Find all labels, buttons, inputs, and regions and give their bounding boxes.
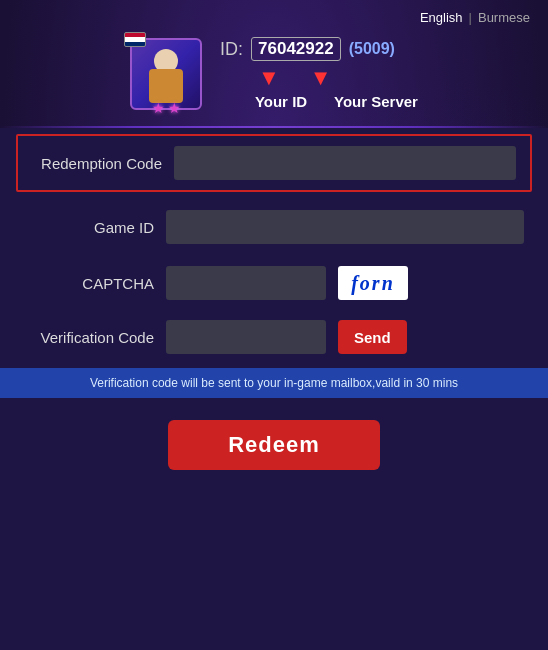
redemption-code-label: Redemption Code [32,155,162,172]
info-text: Verification code will be sent to your i… [90,376,458,390]
avatar: ★ ★ [130,38,202,110]
verification-code-row: Verification Code Send [0,310,548,364]
redemption-code-input[interactable] [174,146,516,180]
lang-burmese[interactable]: Burmese [478,10,530,25]
game-id-input[interactable] [166,210,524,244]
captcha-input[interactable] [166,266,326,300]
lang-english[interactable]: English [420,10,463,25]
info-banner: Verification code will be sent to your i… [0,368,548,398]
captcha-label: CAPTCHA [24,275,154,292]
game-id-row: Game ID [0,198,548,256]
your-server-label: Your Server [334,93,418,110]
verification-input[interactable] [166,320,326,354]
redeem-section: Redeem [0,398,548,486]
id-label: ID: [220,39,243,60]
star-1: ★ [152,100,165,116]
language-bar: English | Burmese [0,0,548,29]
arrow-down-id: ▼ [258,67,280,89]
user-info: ID: 76042922 (5009) ▼ ▼ Your ID Your Ser… [220,37,418,110]
id-row: ID: 76042922 (5009) [220,37,418,61]
arrow-down-server: ▼ [310,67,332,89]
redeem-button[interactable]: Redeem [168,420,380,470]
arrows-row: ▼ ▼ [220,67,418,89]
your-id-label: Your ID [246,93,316,110]
user-section: ★ ★ ID: 76042922 (5009) ▼ ▼ Your ID Your… [0,29,548,126]
verification-label: Verification Code [24,329,154,346]
star-2: ★ [168,100,181,116]
avatar-character [139,45,193,103]
captcha-image[interactable]: forn [338,266,408,300]
send-button[interactable]: Send [338,320,407,354]
id-value: 76042922 [251,37,341,61]
game-id-label: Game ID [24,219,154,236]
lang-separator: | [469,10,472,25]
redemption-code-row: Redemption Code [16,134,532,192]
form-section: Redemption Code Game ID CAPTCHA forn Ver… [0,128,548,650]
captcha-row: CAPTCHA forn [0,256,548,310]
flag-icon [124,32,146,47]
star-badge: ★ ★ [152,100,181,116]
server-value: (5009) [349,40,395,58]
labels-row: Your ID Your Server [220,93,418,110]
